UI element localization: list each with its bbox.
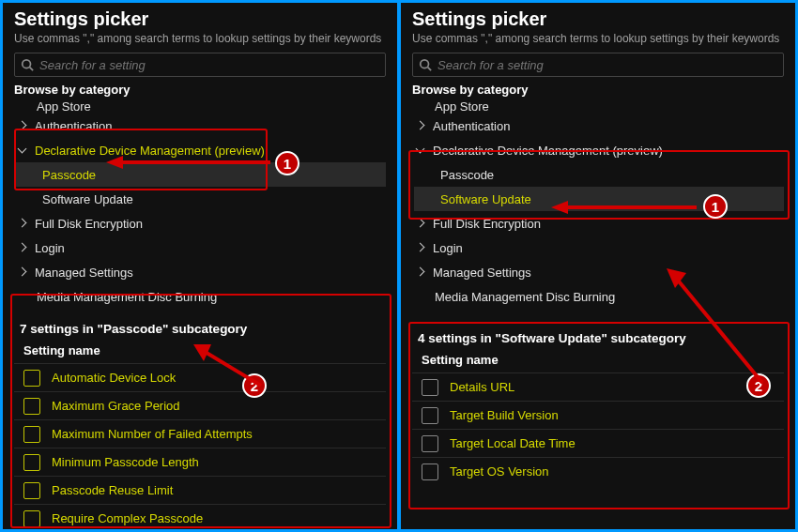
svg-point-0	[23, 60, 31, 68]
page-subtitle: Use commas "," among search terms to loo…	[14, 32, 386, 45]
settings-column-header: Setting name	[422, 353, 784, 367]
page-title: Settings picker	[412, 8, 784, 30]
checkbox[interactable]	[422, 407, 438, 424]
checkbox[interactable]	[23, 398, 40, 415]
tree-item-login[interactable]: Login	[414, 236, 784, 260]
search-input[interactable]	[437, 58, 777, 72]
annotation-badge-1: 1	[703, 194, 728, 219]
browse-by-category-label: Browse by category	[14, 83, 386, 97]
setting-row[interactable]: Target Build Version	[412, 401, 784, 429]
chevron-down-icon	[414, 144, 427, 157]
svg-line-1	[30, 68, 34, 71]
setting-row[interactable]: Maximum Number of Failed Attempts	[14, 419, 386, 448]
chevron-right-icon	[414, 266, 427, 279]
setting-row[interactable]: Target OS Version	[412, 457, 784, 485]
chevron-right-icon	[16, 119, 29, 132]
tree-sub-software-update[interactable]: Software Update	[16, 187, 386, 211]
settings-picker-right: Settings picker Use commas "," among sea…	[401, 3, 795, 529]
tree-sub-passcode[interactable]: Passcode	[16, 162, 386, 187]
chevron-right-icon	[414, 241, 427, 254]
tree-item-media-burning[interactable]: Media Management Disc Burning	[414, 284, 784, 309]
checkbox[interactable]	[23, 370, 40, 387]
tree-sub-software-update[interactable]: Software Update	[414, 187, 784, 211]
checkbox[interactable]	[23, 454, 40, 471]
chevron-down-icon	[16, 144, 29, 157]
page-title: Settings picker	[14, 8, 386, 30]
tree-item-fde[interactable]: Full Disk Encryption	[414, 211, 784, 236]
checkbox[interactable]	[422, 464, 438, 480]
setting-row[interactable]: Minimum Passcode Length	[14, 448, 386, 476]
checkbox[interactable]	[23, 482, 40, 499]
chevron-right-icon	[16, 241, 29, 254]
setting-row[interactable]: Details URL	[412, 372, 784, 401]
chevron-right-icon	[16, 266, 29, 279]
settings-count-header: 7 settings in "Passcode" subcategory	[20, 322, 386, 336]
checkbox[interactable]	[23, 510, 40, 527]
search-input[interactable]	[39, 58, 379, 72]
setting-row[interactable]: Passcode Reuse Limit	[14, 476, 386, 504]
svg-line-7	[428, 68, 432, 71]
tree-item-login[interactable]: Login	[16, 236, 386, 260]
tree-item-authentication[interactable]: Authentication	[16, 114, 386, 138]
search-box[interactable]	[14, 53, 386, 77]
svg-point-6	[421, 60, 429, 68]
setting-row[interactable]: Target Local Date Time	[412, 429, 784, 457]
annotation-badge-1: 1	[275, 151, 299, 175]
chevron-right-icon	[414, 119, 427, 132]
settings-picker-left: Settings picker Use commas "," among sea…	[3, 3, 397, 529]
category-tree: App Store Authentication Declarative Dev…	[412, 99, 784, 309]
setting-row[interactable]: Automatic Device Lock	[14, 363, 386, 391]
annotation-badge-2: 2	[746, 373, 771, 398]
chevron-right-icon	[414, 217, 427, 230]
tree-item-fde[interactable]: Full Disk Encryption	[16, 211, 386, 236]
tree-item-managed-settings[interactable]: Managed Settings	[16, 260, 386, 284]
search-icon	[21, 58, 34, 71]
tree-item-ddm[interactable]: Declarative Device Management (preview)	[414, 138, 784, 162]
settings-list: 7 settings in "Passcode" subcategory Set…	[14, 322, 386, 529]
tree-item-authentication[interactable]: Authentication	[414, 114, 784, 138]
checkbox[interactable]	[422, 379, 438, 396]
setting-row[interactable]: Require Complex Passcode	[14, 504, 386, 529]
setting-row[interactable]: Maximum Grace Period	[14, 391, 386, 419]
search-icon	[419, 58, 432, 71]
tree-item-media-burning[interactable]: Media Management Disc Burning	[16, 284, 386, 309]
settings-column-header: Setting name	[23, 343, 386, 357]
search-box[interactable]	[412, 53, 784, 77]
checkbox[interactable]	[23, 426, 40, 443]
tree-item-managed-settings[interactable]: Managed Settings	[414, 260, 784, 284]
tree-item-app-store[interactable]: App Store	[414, 99, 784, 114]
annotation-badge-2: 2	[242, 373, 267, 398]
tree-sub-passcode[interactable]: Passcode	[414, 162, 784, 187]
category-tree: App Store Authentication Declarative Dev…	[14, 99, 386, 309]
settings-count-header: 4 settings in "Software Update" subcateg…	[418, 331, 784, 345]
settings-list: 4 settings in "Software Update" subcateg…	[412, 331, 784, 485]
checkbox[interactable]	[422, 435, 438, 452]
tree-item-app-store[interactable]: App Store	[16, 99, 386, 114]
browse-by-category-label: Browse by category	[412, 83, 784, 97]
tree-item-ddm[interactable]: Declarative Device Management (preview)	[16, 138, 386, 162]
chevron-right-icon	[16, 217, 29, 230]
page-subtitle: Use commas "," among search terms to loo…	[412, 32, 784, 45]
